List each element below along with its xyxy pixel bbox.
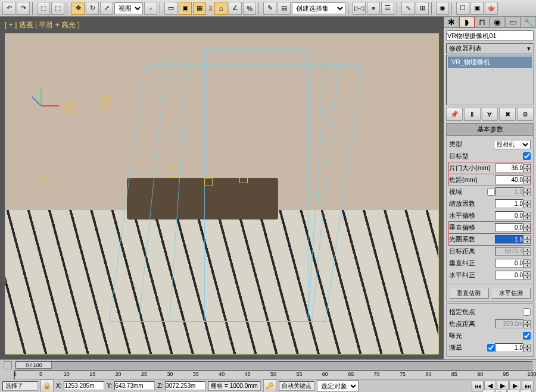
param-label: 类型 (449, 140, 494, 149)
mirror-icon[interactable]: ▷◁ (353, 2, 366, 15)
render-frame-icon[interactable]: ▣ (470, 2, 484, 15)
param-label: 曝光 (449, 331, 521, 340)
param-input[interactable] (495, 175, 523, 184)
command-panel: ✱ ◗ ⊓ ◉ ▭ 🔧 修改器列表 ▾ VR_物理像机 📌 Ⅱ ∀ ✖ ⚙ 基本… (444, 17, 536, 359)
time-slider-thumb[interactable]: 0 / 100 (16, 362, 52, 369)
undo-icon[interactable]: ↶ (2, 2, 15, 15)
rollout-basic-params[interactable]: 基本参数 (446, 123, 534, 136)
param-input[interactable] (495, 223, 523, 232)
zoom-icon[interactable]: 🔍 (495, 390, 507, 393)
curve-editor-icon[interactable]: ∿ (401, 2, 415, 15)
show-result-icon[interactable]: Ⅱ (464, 108, 481, 121)
ref-coord-combo[interactable]: 视图 (114, 2, 143, 14)
time-ruler[interactable]: 0510152025303540455055606570758085909510… (14, 370, 532, 380)
param-input[interactable] (495, 319, 523, 328)
vert-guess-button[interactable]: 垂直估测 (449, 288, 489, 299)
create-tab-icon[interactable]: ✱ (444, 17, 459, 27)
main-toolbar: ↶ ↷ ⬚ ⬚ ✥ ↻ ⤢ 视图 ▫ ▭ ▣ ▦ 3 ⌂ ∠ % ✎ ▤ 创建选… (0, 0, 536, 17)
rotate-icon[interactable]: ↻ (86, 2, 99, 15)
fov-icon[interactable]: ◫ (507, 390, 519, 393)
param-label: 渐晕 (449, 343, 485, 352)
viewport[interactable]: [ + ] 透视 | 平滑 + 高光 ] (0, 17, 444, 359)
param-label: 水平偏移 (449, 211, 495, 220)
pivot-icon[interactable]: ▫ (144, 2, 157, 15)
make-unique-icon[interactable]: ∀ (482, 108, 498, 121)
key-toggle-icon[interactable] (4, 361, 12, 369)
param-label: 水平纠正 (449, 271, 495, 280)
param-label: 焦点距离 (449, 319, 495, 328)
percent-snap-icon[interactable]: % (243, 2, 256, 15)
pan-icon[interactable]: ✥ (482, 390, 494, 393)
viewport-canvas[interactable] (5, 33, 439, 355)
scale-icon[interactable]: ⤢ (100, 2, 113, 15)
schematic-icon[interactable]: ⊞ (416, 2, 429, 15)
coord-x-input[interactable] (64, 381, 104, 390)
named-selection-combo[interactable]: 创建选择集 (292, 2, 345, 14)
render-icon[interactable]: 🫖 (485, 2, 498, 15)
param-input[interactable] (495, 187, 523, 196)
grid-status: 栅格 = 1000.0mm (208, 381, 261, 391)
window-crossing-icon[interactable]: ▦ (193, 2, 206, 15)
time-slider[interactable]: 0 / 100 (15, 361, 532, 369)
param-label: 片门大小(mm) (449, 164, 495, 173)
render-setup-icon[interactable]: ☐ (456, 2, 469, 15)
utilities-tab-icon[interactable]: 🔧 (521, 17, 536, 27)
object-name-input[interactable] (446, 30, 534, 41)
param-input[interactable] (495, 271, 523, 280)
selection-status: 选择了 (2, 381, 38, 391)
key-target-combo[interactable]: 选定对象 (317, 380, 359, 392)
snap-icon[interactable]: ⌂ (214, 2, 228, 15)
modifier-stack[interactable]: VR_物理像机 (446, 55, 534, 105)
param-label: 视域 (449, 187, 485, 196)
key-mode-icon[interactable]: 🔑 (263, 380, 276, 393)
material-editor-icon[interactable]: ◉ (436, 2, 449, 15)
selection-region-icon[interactable]: ▣ (179, 2, 192, 15)
redo-icon[interactable]: ↷ (17, 2, 30, 15)
param-label: 缩放因数 (449, 199, 495, 208)
remove-mod-icon[interactable]: ✖ (499, 108, 516, 121)
modify-tab-icon[interactable]: ◗ (459, 17, 475, 27)
coord-z-input[interactable] (165, 381, 205, 390)
param-label: 垂直偏移 (449, 223, 495, 232)
param-input[interactable] (495, 199, 523, 208)
layers-icon[interactable]: ☰ (381, 2, 394, 15)
param-input[interactable] (495, 343, 523, 352)
camera-type-select[interactable]: 照相机 (494, 140, 531, 149)
modifier-list-label[interactable]: 修改器列表 (449, 44, 527, 53)
modifier-item[interactable]: VR_物理像机 (448, 57, 532, 68)
move-icon[interactable]: ✥ (71, 2, 85, 15)
named-sel-edit-icon[interactable]: ✎ (263, 2, 276, 15)
param-input[interactable] (495, 235, 523, 244)
param-label: 焦距(mm) (449, 175, 495, 184)
param-label: 指定焦点 (449, 308, 521, 316)
select-icon[interactable]: ▭ (164, 2, 177, 15)
align-icon[interactable]: ≡ (367, 2, 380, 15)
param-label: 目标距离 (449, 247, 495, 256)
configure-icon[interactable]: ⚙ (517, 108, 534, 121)
autokey-button[interactable]: 自动关键点 (279, 381, 314, 391)
param-input[interactable] (495, 247, 523, 256)
param-input[interactable] (495, 164, 523, 173)
param-checkbox[interactable] (523, 308, 531, 316)
dropdown-icon[interactable]: ▾ (527, 45, 531, 52)
lock-selection-icon[interactable]: 🔒 (40, 380, 54, 393)
angle-snap-icon[interactable]: ∠ (229, 2, 242, 15)
param-label: 光圈系数 (449, 235, 495, 244)
param-input[interactable] (495, 259, 523, 268)
coord-y-input[interactable] (114, 381, 155, 390)
zoom-all-icon[interactable]: ⊞ (520, 390, 532, 393)
hierarchy-tab-icon[interactable]: ⊓ (475, 17, 490, 27)
display-tab-icon[interactable]: ▭ (505, 17, 521, 27)
named-sel-icon[interactable]: ▤ (278, 2, 291, 15)
unlink-icon[interactable]: ⬚ (51, 2, 64, 15)
motion-tab-icon[interactable]: ◉ (490, 17, 505, 27)
horiz-guess-button[interactable]: 水平估测 (491, 288, 531, 299)
param-checkbox[interactable] (523, 332, 531, 340)
pin-stack-icon[interactable]: 📌 (446, 108, 463, 121)
param-label: 目标型 (449, 152, 521, 161)
viewport-label[interactable]: [ + ] 透视 | 平滑 + 高光 ] (5, 20, 80, 30)
link-icon[interactable]: ⬚ (37, 2, 50, 15)
param-checkbox[interactable] (523, 152, 531, 160)
goto-start-icon[interactable]: ⏮ (472, 381, 484, 391)
param-input[interactable] (495, 211, 523, 220)
